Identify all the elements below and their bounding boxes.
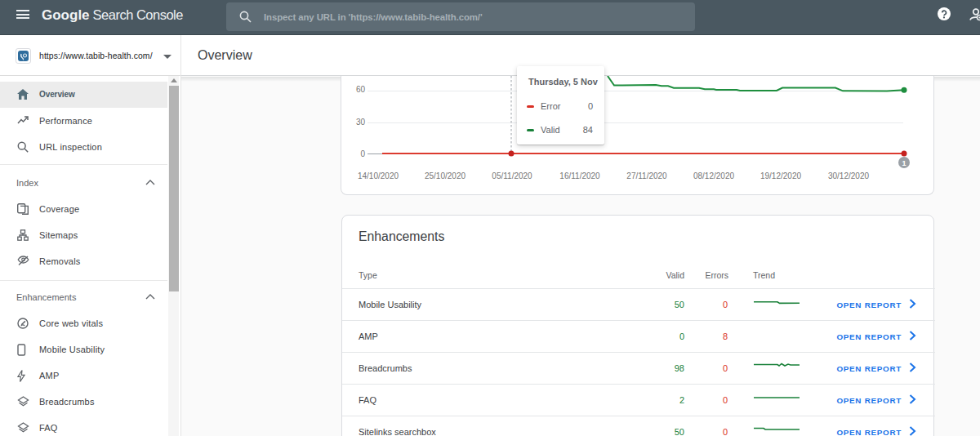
svg-text:1: 1 [902,159,906,167]
